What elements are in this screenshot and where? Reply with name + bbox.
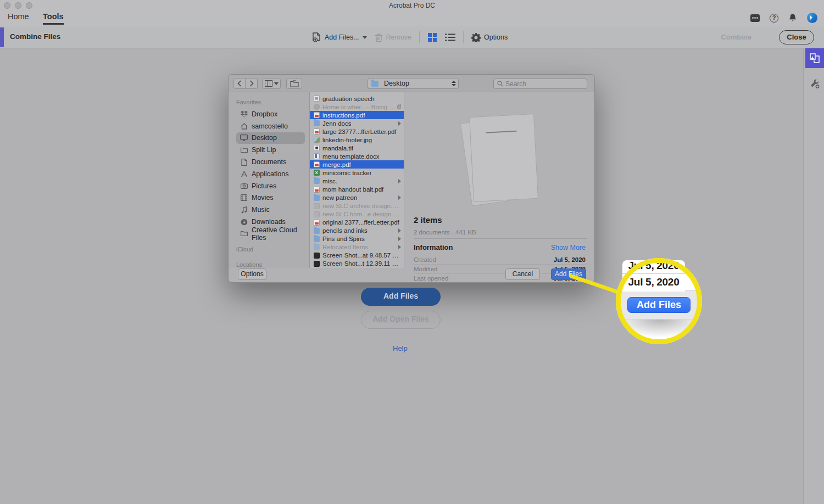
- file-row[interactable]: instructions.pdf: [310, 111, 404, 119]
- file-row[interactable]: Home is wher...– Boing Boing: [310, 103, 404, 111]
- file-list: graduation speechHome is wher...– Boing …: [310, 92, 404, 268]
- view-mode-button[interactable]: [262, 78, 281, 89]
- chat-icon[interactable]: [750, 14, 760, 22]
- grid-view-icon: [427, 32, 437, 42]
- grid-view-button[interactable]: [427, 32, 437, 42]
- search-input[interactable]: [505, 80, 577, 88]
- sidebar-item-movies[interactable]: Movies: [236, 192, 305, 204]
- chevron-down-icon: [363, 36, 367, 39]
- add-files-toolbar-button[interactable]: Add Files...: [312, 32, 367, 43]
- file-name: Screen Shot...t 12.39.11 PM: [322, 260, 401, 267]
- file-name: new SLC hom...e design.psd: [322, 211, 401, 217]
- home-icon: [240, 123, 248, 130]
- file-row[interactable]: graduation speech: [310, 94, 404, 103]
- combine-files-tool-tile[interactable]: [805, 48, 824, 68]
- sidebar-item-music[interactable]: Music: [236, 204, 305, 216]
- add-files-pill-button[interactable]: Add Files: [361, 288, 441, 306]
- psd-file-icon: [314, 203, 320, 209]
- psd-file-icon: [314, 211, 320, 217]
- folder-file-icon: [314, 244, 320, 250]
- img-file-icon: [314, 137, 320, 143]
- download-icon: [240, 219, 248, 226]
- file-row[interactable]: mandala.tif: [310, 144, 404, 152]
- chevron-right-icon: [398, 237, 401, 241]
- file-row[interactable]: original 2377...fferLetter.pdf: [310, 219, 404, 227]
- dialog-footer: Options Cancel Add Files: [229, 267, 594, 282]
- tab-home[interactable]: Home: [8, 12, 29, 21]
- folder-file-icon: [314, 178, 320, 184]
- sidebar-item-label: Split Lip: [252, 146, 276, 154]
- show-more-link[interactable]: Show More: [551, 244, 586, 251]
- toolbar-separator: [463, 31, 464, 43]
- tab-tools[interactable]: Tools: [43, 12, 64, 21]
- bell-icon[interactable]: [788, 13, 797, 23]
- xlsx-file-icon: [314, 170, 320, 176]
- file-row[interactable]: new patreon: [310, 194, 404, 202]
- list-view-icon: [445, 33, 455, 42]
- combine-button[interactable]: Combine: [721, 33, 751, 41]
- dialog-options-button[interactable]: Options: [238, 268, 266, 280]
- acrobat-window: Acrobat Pro DC Home Tools ? Combine File…: [0, 0, 824, 504]
- file-row[interactable]: new SLC hom...e design.psd: [310, 210, 404, 219]
- columns-view-icon: [265, 80, 272, 87]
- file-row[interactable]: mom handout bait.pdf: [310, 186, 404, 194]
- desktop-icon: [240, 135, 248, 141]
- file-row[interactable]: Pins and Spins: [310, 235, 404, 243]
- file-row[interactable]: new SLC archive design.psd: [310, 202, 404, 210]
- search-icon: [497, 81, 503, 87]
- search-field[interactable]: [493, 79, 587, 89]
- chevron-right-icon: [398, 179, 401, 183]
- file-row[interactable]: Relocated Items: [310, 243, 404, 251]
- sidebar-item-desktop[interactable]: Desktop: [236, 132, 305, 144]
- file-row[interactable]: linkedin-footer.jpg: [310, 136, 404, 144]
- file-row[interactable]: minicomic tracker: [310, 169, 404, 177]
- options-toolbar-button[interactable]: Options: [471, 33, 508, 42]
- list-view-button[interactable]: [445, 33, 455, 42]
- location-select[interactable]: Desktop: [368, 78, 459, 89]
- sidebar-item-samcostello[interactable]: samcostello: [236, 120, 305, 132]
- document-thumbnail-front: [469, 114, 538, 202]
- tif-file-icon: [314, 145, 320, 151]
- chevron-right-icon: [398, 195, 401, 200]
- info-value: Jul 5, 2020: [554, 256, 586, 263]
- sidebar-item-documents[interactable]: Documents: [236, 156, 305, 168]
- file-name: Screen Shot...at 9.48.57 PM: [322, 252, 401, 259]
- file-name: graduation speech: [322, 96, 375, 102]
- account-avatar[interactable]: [807, 13, 817, 23]
- customize-tools-tile[interactable]: [805, 74, 824, 93]
- file-name: instructions.pdf: [322, 112, 365, 119]
- selection-count: 2 items: [414, 215, 442, 225]
- file-row[interactable]: pencils and inks: [310, 227, 404, 235]
- file-row[interactable]: Jenn docs: [310, 119, 404, 127]
- gear-icon: [471, 33, 481, 42]
- file-row[interactable]: misc.: [310, 177, 404, 185]
- remove-toolbar-button[interactable]: Remove: [375, 33, 412, 42]
- add-open-files-pill-button[interactable]: Add Open Files: [361, 311, 441, 329]
- close-button[interactable]: Close: [779, 30, 814, 44]
- sidebar-item-dropbox[interactable]: Dropbox: [236, 108, 305, 120]
- sidebar-item-label: Documents: [252, 158, 286, 166]
- forward-button[interactable]: [246, 78, 258, 89]
- sidebar-item-applications[interactable]: Applications: [236, 168, 305, 180]
- new-folder-button[interactable]: [286, 78, 302, 89]
- sidebar-item-creative-cloud-files[interactable]: Creative Cloud Files: [236, 228, 305, 240]
- cancel-button[interactable]: Cancel: [505, 268, 540, 280]
- file-name: original 2377...fferLetter.pdf: [322, 219, 399, 226]
- pdf-file-icon: [314, 112, 320, 118]
- sidebar-item-split-lip[interactable]: Split Lip: [236, 144, 305, 156]
- sidebar-item-label: Pictures: [252, 182, 276, 190]
- info-label: Created: [414, 256, 436, 263]
- help-icon[interactable]: ?: [770, 14, 778, 23]
- back-button[interactable]: [233, 78, 246, 89]
- preview-pane: 2 items 2 documents - 441 KB Information…: [404, 92, 594, 268]
- sidebar-item-label: Creative Cloud Files: [252, 226, 305, 242]
- file-row[interactable]: large 23777...fferLetter.pdf: [310, 127, 404, 136]
- file-row[interactable]: merge.pdf: [310, 160, 404, 169]
- file-name: Pins and Spins: [322, 236, 365, 242]
- combine-toolbar: Combine Files Add Files... Remove: [0, 26, 824, 48]
- file-row[interactable]: menu template.docx: [310, 152, 404, 160]
- file-row[interactable]: Screen Shot...at 9.48.57 PM: [310, 251, 404, 260]
- file-name: pencils and inks: [322, 227, 368, 234]
- help-link[interactable]: Help: [393, 344, 408, 352]
- sidebar-item-pictures[interactable]: Pictures: [236, 180, 305, 192]
